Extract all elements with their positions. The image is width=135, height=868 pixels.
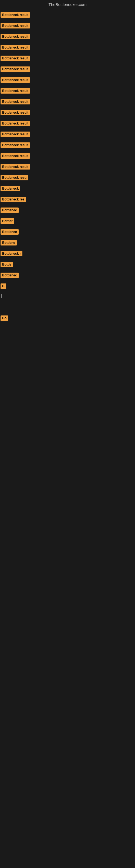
bottleneck-badge[interactable]: Bottleneck r — [1, 251, 22, 256]
bottleneck-badge[interactable]: Bottleneck resu — [1, 175, 28, 180]
list-item — [1, 337, 135, 341]
bottleneck-badge[interactable]: Bottlenec — [1, 229, 18, 235]
list-item: Bottleneck result — [1, 21, 135, 32]
list-item — [1, 305, 135, 309]
bottleneck-badge[interactable]: Bottleneck result — [1, 34, 30, 39]
list-item: Bottleneck result — [1, 140, 135, 151]
list-item — [1, 324, 135, 329]
list-item — [1, 309, 135, 313]
bottleneck-badge[interactable]: Bottle — [1, 262, 13, 267]
list-item: Bottlenec — [1, 205, 135, 216]
list-item: Bottleneck result — [1, 54, 135, 64]
list-item: Bottleneck result — [1, 42, 135, 54]
bottleneck-badge[interactable]: Bottleneck result — [1, 143, 30, 148]
bottleneck-badge[interactable]: Bottlenec — [1, 273, 18, 278]
bottleneck-badge[interactable]: Bottleneck result — [1, 23, 30, 29]
list-item: Bottleneck result — [1, 10, 135, 21]
list-item: Bottler — [1, 216, 135, 227]
bottleneck-badge[interactable]: Bottleneck result — [1, 131, 30, 137]
bottleneck-badge[interactable]: Bottleneck result — [1, 110, 30, 115]
list-item: Bottleneck result — [1, 86, 135, 97]
list-item: Bottleneck resu — [1, 173, 135, 184]
list-item: Bottleneck result — [1, 32, 135, 42]
bottleneck-badge[interactable]: Bottleneck result — [1, 45, 30, 50]
bottleneck-badge[interactable]: Bottleneck result — [1, 56, 30, 61]
list-item: Bottlene — [1, 238, 135, 249]
list-item: Bottleneck result — [1, 119, 135, 129]
bottleneck-badge[interactable]: Bo — [1, 315, 8, 321]
bottleneck-badge[interactable]: Bottleneck res — [1, 197, 26, 202]
bottleneck-badge[interactable]: Bottlene — [1, 240, 17, 246]
list-item: Bottlenec — [1, 227, 135, 238]
list-item: Bottlenec — [1, 271, 135, 281]
list-item: Bottleneck r — [1, 249, 135, 259]
bottleneck-badge[interactable]: Bottleneck result — [1, 164, 30, 169]
list-item: Bottleneck result — [1, 75, 135, 86]
bottleneck-badge[interactable]: Bottler — [1, 218, 14, 224]
bottleneck-badge[interactable]: Bottlenec — [1, 208, 18, 213]
list-item — [1, 300, 135, 305]
list-item: B — [1, 281, 135, 292]
list-item: Bottleneck result — [1, 97, 135, 108]
site-header: TheBottlenecker.com — [0, 0, 135, 10]
list-item: Bottleneck res — [1, 194, 135, 205]
list-item: Bottleneck result — [1, 162, 135, 173]
bottleneck-badge[interactable]: B — [1, 283, 6, 289]
bottleneck-badge[interactable]: Bottleneck result — [1, 77, 30, 83]
bottleneck-badge[interactable]: Bottleneck result — [1, 88, 30, 94]
separator — [1, 294, 2, 298]
bottleneck-badge[interactable]: Bottleneck result — [1, 121, 30, 126]
list-item: Bottleneck result — [1, 64, 135, 75]
list-item: Bottleneck result — [1, 151, 135, 162]
bottleneck-items-container: Bottleneck resultBottleneck resultBottle… — [0, 10, 135, 341]
bottleneck-badge[interactable]: Bottleneck result — [1, 12, 30, 18]
list-item — [1, 333, 135, 337]
list-item: Bottleneck — [1, 184, 135, 194]
list-item — [1, 329, 135, 333]
list-item: Bottleneck result — [1, 108, 135, 119]
site-title: TheBottlenecker.com — [49, 2, 87, 7]
list-item: Bottleneck result — [1, 129, 135, 140]
bottleneck-badge[interactable]: Bottleneck result — [1, 99, 30, 104]
bottleneck-badge[interactable]: Bottleneck result — [1, 66, 30, 72]
bottleneck-badge[interactable]: Bottleneck result — [1, 153, 30, 159]
list-item: Bottle — [1, 259, 135, 271]
bottleneck-badge[interactable]: Bottleneck — [1, 186, 20, 191]
list-item: Bo — [1, 313, 135, 324]
list-item — [1, 292, 135, 300]
